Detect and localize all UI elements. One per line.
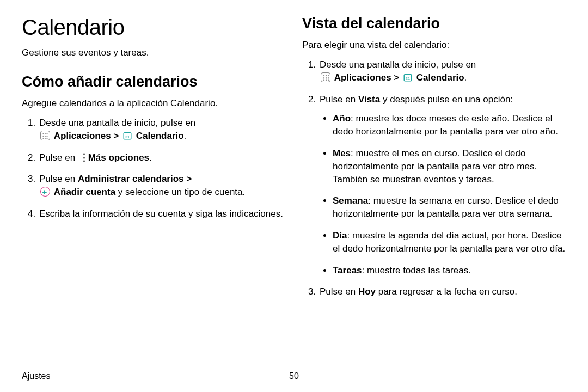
add-account-label: Añadir cuenta [54,187,115,197]
step-item: Desde una pantalla de inicio, pulse en A… [38,117,286,143]
step-text: Pulse en [320,286,358,297]
page-title: Calendario [22,15,286,40]
step-item: Pulse en Administrar calendarios > Añadi… [38,173,286,199]
option-title: Semana [333,195,368,206]
list-item: Día: muestre la agenda del día actual, p… [333,229,566,255]
list-item: Semana: muestre la semana en curso. Desl… [333,194,566,220]
intro-text: Gestione sus eventos y tareas. [22,47,286,58]
calendar-label: Calendario [136,131,184,141]
list-item: Mes: muestre el mes en curso. Deslice el… [333,147,566,186]
footer-section: Ajustes [22,371,50,381]
option-title: Año [333,113,351,124]
step-item: Escriba la información de su cuenta y si… [38,207,286,220]
step-text: y seleccione un tipo de cuenta. [118,187,245,197]
footer-page-number: 50 [289,371,299,381]
option-desc: : muestre los doce meses de este año. De… [333,113,558,137]
page-footer: Ajustes 50 [22,371,566,381]
manage-calendars-label: Administrar calendarios [78,174,184,184]
chevron-icon: > [394,71,399,84]
option-title: Tareas [333,265,362,275]
option-desc: : muestre el mes en curso. Deslice el de… [333,148,537,185]
period: . [184,131,187,141]
apps-icon [40,131,50,140]
apps-label: Aplicaciones [334,72,391,83]
more-options-icon [79,152,84,162]
step-text: Desde una pantalla de inicio, pulse en [320,59,476,70]
chevron-icon: > [186,173,192,186]
step-item: Pulse en Más opciones. [38,151,286,164]
step-text: para regresar a la fecha en curso. [378,286,517,297]
step-item: Pulse en Hoy para regresar a la fecha en… [318,285,566,298]
step-item: Desde una pantalla de inicio, pulse en A… [318,58,566,84]
section-lead-add: Agregue calendarios a la aplicación Cale… [22,98,286,109]
list-item: Año: muestre los doce meses de este año.… [333,112,566,138]
steps-add: Desde una pantalla de inicio, pulse en A… [22,117,286,220]
calendar-icon: 31 [403,72,413,82]
step-text: Desde una pantalla de inicio, pulse en [39,118,195,128]
calendar-label: Calendario [416,72,464,83]
svg-text:31: 31 [125,134,130,139]
step-item: Pulse en Vista y después pulse en una op… [318,93,566,277]
steps-view: Desde una pantalla de inicio, pulse en A… [302,58,566,298]
right-column: Vista del calendario Para elegir una vis… [302,15,566,307]
option-title: Día [333,230,347,241]
add-account-icon [40,187,50,197]
period: . [149,152,152,163]
today-label: Hoy [358,286,376,297]
apps-icon [321,72,330,82]
option-title: Mes [333,148,351,158]
option-desc: : muestre todas las tareas. [362,265,471,275]
calendar-icon: 31 [122,131,132,140]
more-options-label: Más opciones [88,152,149,163]
view-label: Vista [358,94,380,105]
period: . [464,72,467,83]
section-heading-view: Vista del calendario [302,15,566,32]
view-options-list: Año: muestre los doce meses de este año.… [320,112,566,277]
step-text: Pulse en [39,152,78,163]
svg-text:31: 31 [406,76,410,81]
apps-label: Aplicaciones [54,131,111,141]
step-text: Escriba la información de su cuenta y si… [39,209,283,219]
section-heading-add: Cómo añadir calendarios [22,74,286,90]
list-item: Tareas: muestre todas las tareas. [333,264,566,277]
left-column: Calendario Gestione sus eventos y tareas… [22,15,286,307]
section-lead-view: Para elegir una vista del calendario: [302,40,566,51]
step-text: y después pulse en una opción: [383,94,513,105]
option-desc: : muestre la agenda del día actual, por … [333,230,565,254]
chevron-icon: > [113,130,119,143]
step-text: Pulse en [320,94,358,105]
step-text: Pulse en [39,174,78,184]
